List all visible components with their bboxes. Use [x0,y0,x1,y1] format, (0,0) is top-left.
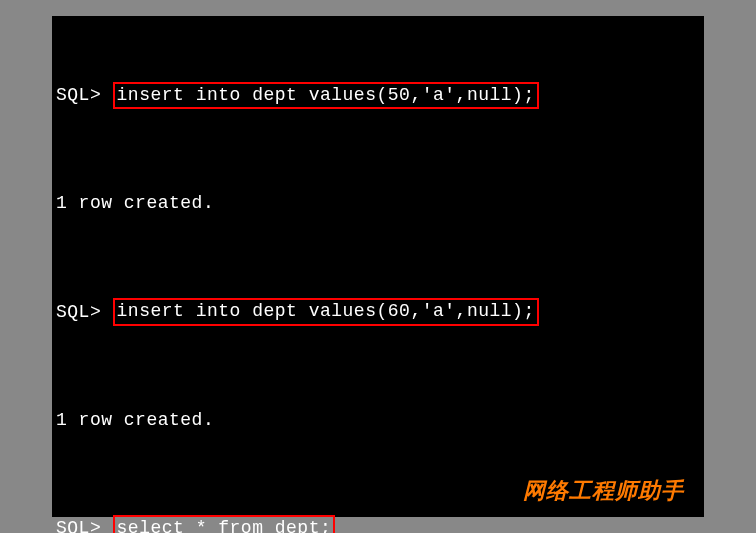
sql-prompt: SQL> [56,299,101,326]
blank-line [56,353,700,380]
feedback-1: 1 row created. [56,190,700,217]
blank-line [56,244,700,271]
terminal-window[interactable]: SQL> insert into dept values(50,'a',null… [50,14,706,519]
command-line-2: SQL> insert into dept values(60,'a',null… [56,298,700,325]
sql-prompt: SQL> [56,82,101,109]
insert-command-2: insert into dept values(60,'a',null); [113,298,539,325]
sql-prompt: SQL> [56,515,101,533]
watermark-text: 网络工程师助手 [523,474,684,507]
blank-line [56,136,700,163]
feedback-2: 1 row created. [56,407,700,434]
command-line-1: SQL> insert into dept values(50,'a',null… [56,82,700,109]
select-command: select * from dept; [113,515,336,533]
command-line-3: SQL> select * from dept; [56,515,700,533]
insert-command-1: insert into dept values(50,'a',null); [113,82,539,109]
